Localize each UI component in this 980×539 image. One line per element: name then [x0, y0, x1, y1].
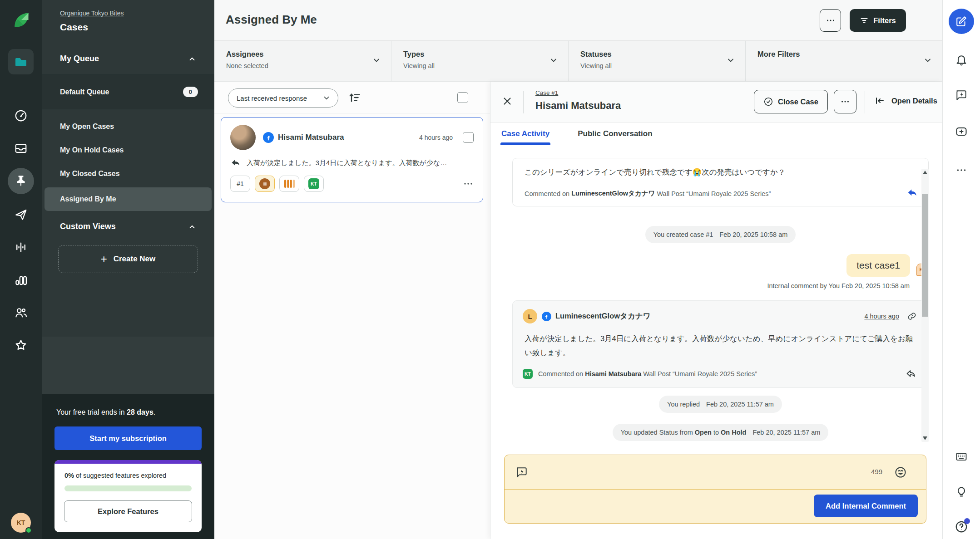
custom-views-header[interactable]: Custom Views — [42, 216, 214, 236]
brand-reply-time-link[interactable]: 4 hours ago — [864, 313, 899, 320]
chevron-up-icon — [188, 223, 196, 231]
header-more-button[interactable] — [820, 9, 841, 32]
chevron-down-icon — [322, 94, 331, 102]
internal-comment-mode-icon[interactable] — [515, 466, 528, 479]
notifications-bell-icon[interactable] — [955, 54, 968, 66]
select-all-checkbox[interactable] — [457, 92, 468, 103]
inbox-icon[interactable] — [14, 142, 28, 155]
assignee-badge[interactable]: KT — [304, 176, 324, 192]
internal-comment-bubble: test case1 — [846, 254, 910, 277]
reports-icon[interactable] — [14, 273, 28, 287]
chevron-up-icon — [188, 55, 196, 63]
account-link[interactable]: Organique Tokyo Bites — [60, 10, 124, 17]
filter-types[interactable]: Types Viewing all — [391, 41, 569, 81]
brand-reply-text: 入荷が決定しました。3月4日に入荷となります。入荷数が少ないため、早めにオンライ… — [525, 332, 915, 360]
sort-dropdown-value: Last received response — [237, 94, 307, 102]
folder-icon — [15, 55, 27, 68]
activity-scrollbar[interactable] — [921, 169, 929, 442]
reply-icon — [230, 157, 241, 168]
brand-reply-card: L LuminescentGlowタカナワ 4 hours ago 入荷が決定し… — [512, 300, 929, 388]
case-number-link[interactable]: Case #1 — [535, 89, 558, 96]
brand-name: LuminescentGlowタカナワ — [555, 311, 651, 321]
dashboard-icon[interactable] — [14, 109, 28, 122]
scroll-up-arrow[interactable] — [923, 171, 927, 174]
sidebar-item-default-queue[interactable]: Default Queue 0 — [42, 74, 214, 109]
severity-badge[interactable] — [279, 176, 299, 192]
sprout-logo[interactable] — [9, 8, 33, 32]
on-hold-status-badge[interactable] — [255, 176, 275, 192]
header-divider — [523, 91, 524, 113]
chevron-down-icon — [923, 56, 932, 65]
tab-case-activity[interactable]: Case Activity — [501, 122, 549, 145]
reply-button[interactable] — [906, 368, 916, 379]
people-icon[interactable] — [14, 306, 28, 319]
left-rail: KT — [0, 0, 42, 539]
leaf-icon — [11, 10, 31, 30]
filter-assignees[interactable]: Assignees None selected — [214, 41, 391, 81]
sidebar-item-my-on-hold-cases[interactable]: My On Hold Cases — [42, 138, 214, 162]
filter-assignees-label: Assignees — [226, 50, 377, 59]
sidebar-title: Cases — [60, 22, 202, 33]
reply-button[interactable] — [906, 187, 918, 199]
compose-button[interactable] — [949, 9, 974, 34]
scroll-down-arrow[interactable] — [923, 436, 927, 440]
star-icon[interactable] — [14, 338, 28, 352]
case-card-header: Hisami Matsubara 4 hours ago — [230, 125, 474, 150]
assignee-avatar: KT — [308, 178, 319, 189]
whats-new-lightbulb-icon[interactable] — [955, 485, 968, 498]
start-subscription-button[interactable]: Start my subscription — [54, 426, 202, 450]
close-case-button[interactable]: Close Case — [754, 90, 828, 113]
explore-features-button[interactable]: Explore Features — [64, 500, 192, 522]
scrollbar-thumb[interactable] — [922, 194, 928, 317]
create-new-button[interactable]: + Create New — [58, 245, 198, 273]
sort-order-icon[interactable] — [348, 91, 361, 104]
case-card-hisami-matsubara[interactable]: Hisami Matsubara 4 hours ago 入荷が決定しました。3… — [221, 117, 483, 202]
ellipsis-icon — [840, 97, 850, 107]
more-tools-icon[interactable] — [955, 164, 967, 176]
tab-public-conversation[interactable]: Public Conversation — [578, 122, 652, 145]
permalink-icon[interactable] — [907, 312, 916, 321]
sort-dropdown[interactable]: Last received response — [228, 88, 338, 108]
severity-bars-icon — [283, 178, 295, 189]
sidebar-item-my-open-cases[interactable]: My Open Cases — [42, 115, 214, 138]
add-task-icon[interactable] — [955, 125, 968, 138]
facebook-icon — [542, 312, 551, 321]
chevron-down-icon — [549, 56, 558, 65]
case-contact-title: Hisami Matsubara — [535, 100, 621, 112]
help-icon[interactable] — [955, 520, 968, 534]
close-panel-button[interactable] — [501, 95, 513, 107]
filter-types-value: Viewing all — [403, 62, 554, 69]
emoji-picker-icon[interactable] — [894, 466, 907, 479]
sidebar-item-my-closed-cases[interactable]: My Closed Cases — [42, 162, 214, 186]
open-details-button[interactable]: Open Details — [874, 95, 937, 106]
case-more-button[interactable] — [463, 178, 474, 189]
page-header: Assigned By Me Filters — [214, 0, 942, 41]
plus-icon: + — [101, 254, 107, 265]
sidebar-item-assigned-by-me[interactable]: Assigned By Me — [45, 187, 212, 211]
filter-more[interactable]: More Filters — [746, 41, 942, 81]
listening-icon[interactable] — [14, 240, 28, 254]
reply-outline-icon — [906, 368, 916, 379]
comment-input-area[interactable]: 499 — [505, 455, 926, 490]
event-created-time: Feb 20, 2025 10:58 am — [719, 231, 787, 238]
case-more-actions-button[interactable] — [834, 90, 856, 113]
quick-actions-icon[interactable] — [955, 89, 968, 102]
add-internal-comment-button[interactable]: Add Internal Comment — [814, 495, 918, 517]
case-list-panel: Last received response Hisami Matsubara … — [214, 82, 490, 539]
publishing-icon[interactable] — [14, 208, 28, 221]
brand-reply-meta: Commented on Hisami Matsubara Wall Post … — [538, 370, 757, 377]
contact-name: Hisami Matsubara — [278, 133, 344, 142]
trial-countdown: Your free trial ends in 28 days. — [54, 408, 202, 416]
case-number-badge[interactable]: #1 — [230, 176, 250, 192]
case-checkbox[interactable] — [463, 132, 474, 143]
brand-avatar: L — [523, 309, 537, 323]
event-replied-time: Feb 20, 2025 11:57 am — [706, 401, 774, 408]
keyboard-shortcuts-icon[interactable] — [955, 450, 968, 463]
cases-product-icon[interactable] — [8, 49, 34, 74]
filters-button[interactable]: Filters — [850, 9, 906, 32]
my-queue-header[interactable]: My Queue — [42, 41, 214, 74]
agent-badge: KT — [523, 369, 533, 379]
user-avatar[interactable]: KT — [11, 513, 31, 533]
cases-pin-icon-active[interactable] — [8, 168, 34, 194]
filter-statuses[interactable]: Statuses Viewing all — [569, 41, 746, 81]
